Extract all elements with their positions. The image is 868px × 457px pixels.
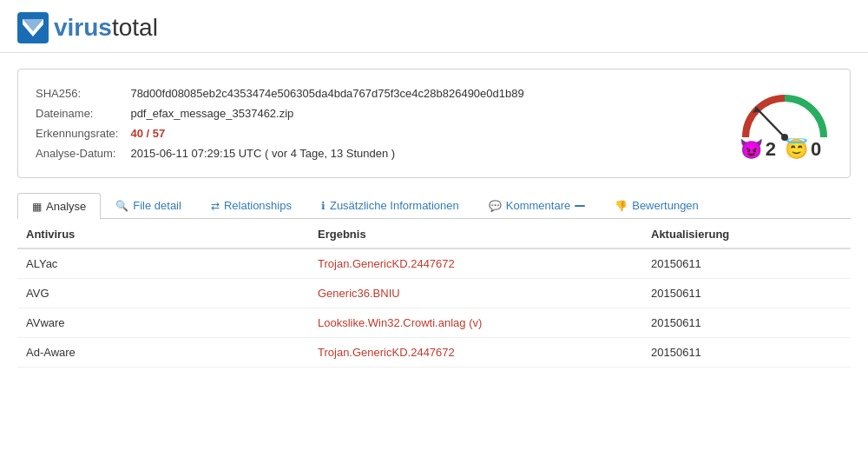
tab-relationships-label: Relationships (224, 199, 292, 212)
table-header-row: Antivirus Ergebnis Aktualisierung (17, 219, 851, 248)
cell-result[interactable]: Trojan.GenericKD.2447672 (309, 338, 642, 368)
table-row: AVGGeneric36.BNIU20150611 (17, 279, 851, 308)
sha256-row: SHA256: 78d00fd08085eb2c4353474e506305da… (36, 83, 524, 103)
kommentare-badge (575, 205, 585, 207)
tab-analyse-label: Analyse (46, 200, 86, 213)
cell-date: 20150611 (642, 308, 851, 338)
filename-label: Dateiname: (36, 103, 130, 123)
sha256-value: 78d00fd08085eb2c4353474e506305da4bda767d… (130, 83, 523, 103)
col-header-result: Ergebnis (309, 219, 642, 248)
filename-value: pdf_efax_message_3537462.zip (130, 103, 523, 123)
search-icon: 🔍 (115, 200, 128, 212)
table-row: Ad-AwareTrojan.GenericKD.244767220150611 (17, 338, 851, 368)
info-icon: ℹ (321, 200, 326, 212)
table-header: Antivirus Ergebnis Aktualisierung (17, 219, 851, 248)
filename-row: Dateiname: pdf_efax_message_3537462.zip (36, 103, 524, 123)
tab-relationships[interactable]: ⇄ Relationships (196, 192, 306, 218)
col-header-date: Aktualisierung (642, 219, 851, 248)
comment-icon: 💬 (489, 200, 502, 212)
cell-av: AVG (17, 279, 309, 308)
detection-row: Erkennungsrate: 40 / 57 (36, 123, 524, 143)
gauge-arc (737, 87, 824, 135)
cell-av: Ad-Aware (17, 338, 309, 368)
sha256-label: SHA256: (36, 83, 130, 103)
col-header-antivirus: Antivirus (17, 219, 309, 248)
cell-result[interactable]: Generic36.BNIU (309, 279, 642, 308)
results-table: Antivirus Ergebnis Aktualisierung ALYacT… (17, 219, 851, 368)
cell-date: 20150611 (642, 248, 851, 279)
tab-file-detail[interactable]: 🔍 File detail (101, 192, 196, 218)
threat-name-link[interactable]: Lookslike.Win32.Crowti.anlag (v) (318, 316, 482, 329)
threat-name-link[interactable]: Trojan.GenericKD.2447672 (318, 257, 455, 270)
logo-virus-text: virus (54, 14, 112, 41)
cell-av: AVware (17, 308, 309, 338)
tab-kommentare-label: Kommentare (506, 199, 570, 212)
table-body: ALYacTrojan.GenericKD.244767220150611AVG… (17, 248, 851, 368)
cell-result[interactable]: Trojan.GenericKD.2447672 (309, 248, 642, 279)
tab-kommentare[interactable]: 💬 Kommentare (474, 192, 600, 218)
virustotal-logo-icon (17, 12, 49, 43)
share-icon: ⇄ (211, 200, 220, 212)
tab-file-detail-label: File detail (133, 199, 181, 212)
tab-zusaetzliche-label: Zusätzliche Informationen (330, 199, 459, 212)
info-table: SHA256: 78d00fd08085eb2c4353474e506305da… (36, 83, 524, 163)
info-card: SHA256: 78d00fd08085eb2c4353474e506305da… (17, 69, 851, 178)
tab-bewertungen-label: Bewertungen (632, 199, 699, 212)
logo-total-text: total (112, 14, 158, 41)
detection-label: Erkennungsrate: (36, 123, 130, 143)
tab-bewertungen[interactable]: 👎 Bewertungen (600, 192, 713, 218)
results-section: Antivirus Ergebnis Aktualisierung ALYacT… (17, 219, 851, 368)
cell-result[interactable]: Lookslike.Win32.Crowti.anlag (v) (309, 308, 642, 338)
header: virustotal (0, 0, 868, 53)
thumbs-down-icon: 👎 (615, 200, 628, 212)
table-row: ALYacTrojan.GenericKD.244767220150611 (17, 248, 851, 279)
date-row: Analyse-Datum: 2015-06-11 07:29:15 UTC (… (36, 143, 524, 163)
cell-av: ALYac (17, 248, 309, 279)
date-label: Analyse-Datum: (36, 143, 130, 163)
svg-line-3 (756, 108, 785, 137)
tabs-bar: ▦ Analyse 🔍 File detail ⇄ Relationships … (17, 192, 851, 219)
tab-zusaetzliche[interactable]: ℹ Zusätzliche Informationen (306, 192, 474, 218)
gauge-svg (737, 87, 832, 143)
detection-value[interactable]: 40 / 57 (130, 123, 523, 143)
gauge-widget: 😈 2 😇 0 (737, 87, 824, 161)
table-row: AVwareLookslike.Win32.Crowti.anlag (v)20… (17, 308, 851, 338)
tab-analyse[interactable]: ▦ Analyse (17, 193, 101, 219)
svg-point-4 (781, 134, 788, 141)
threat-name-link[interactable]: Trojan.GenericKD.2447672 (318, 346, 455, 359)
date-value: 2015-06-11 07:29:15 UTC ( vor 4 Tage, 13… (130, 143, 523, 163)
cell-date: 20150611 (642, 338, 851, 368)
grid-icon: ▦ (32, 201, 42, 213)
logo: virustotal (17, 12, 851, 43)
threat-name-link[interactable]: Generic36.BNIU (318, 287, 400, 300)
cell-date: 20150611 (642, 279, 851, 308)
